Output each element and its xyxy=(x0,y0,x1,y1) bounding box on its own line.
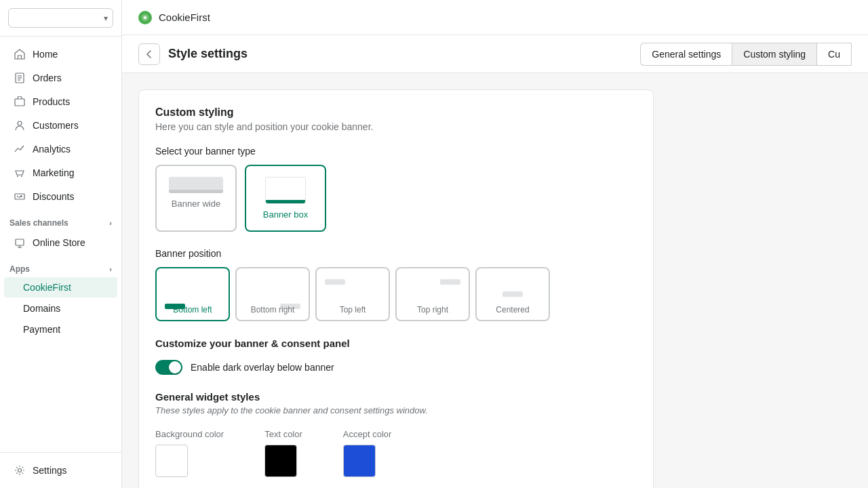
customize-title: Customize your banner & consent panel xyxy=(155,338,637,349)
color-row: Background color Text color Accept color xyxy=(155,429,637,477)
section-desc: Here you can style and position your coo… xyxy=(155,121,637,132)
sidebar-item-marketing-label: Marketing xyxy=(33,167,74,178)
sidebar-item-products[interactable]: Products xyxy=(4,90,117,113)
banner-type-label: Select your banner type xyxy=(155,146,637,157)
sidebar-settings: Settings xyxy=(0,452,121,488)
tab-custom-styling[interactable]: Custom styling xyxy=(732,43,817,66)
svg-point-6 xyxy=(17,176,18,177)
position-bottom-right[interactable]: Bottom right xyxy=(235,267,310,321)
sidebar-item-cookiefirst[interactable]: CookieFirst xyxy=(4,277,117,298)
bg-color-swatch[interactable] xyxy=(155,445,188,477)
sales-channels-label: Sales channels xyxy=(9,218,68,228)
text-color-label: Text color xyxy=(264,429,302,439)
sidebar-item-home-label: Home xyxy=(33,49,58,60)
tab-cu[interactable]: Cu xyxy=(817,43,852,66)
apps-label: Apps xyxy=(9,264,30,274)
customers-icon xyxy=(14,119,26,131)
sidebar: Home Orders Products Customers Analytics xyxy=(0,0,122,488)
sales-channels-chevron[interactable]: › xyxy=(109,219,112,227)
apps-section: Apps › xyxy=(0,255,121,277)
cookiefirst-header: CookieFirst xyxy=(122,0,868,35)
banner-type-wide[interactable]: Banner wide xyxy=(155,165,237,232)
banner-positions: Bottom left Bottom right Top left Top ri… xyxy=(155,267,637,321)
position-top-left[interactable]: Top left xyxy=(315,267,390,321)
svg-point-5 xyxy=(18,121,22,125)
cf-logo xyxy=(138,11,152,24)
sidebar-item-analytics-label: Analytics xyxy=(33,144,71,155)
sidebar-item-cookiefirst-label: CookieFirst xyxy=(23,282,71,293)
svg-rect-12 xyxy=(16,239,24,245)
sidebar-item-customers[interactable]: Customers xyxy=(4,114,117,137)
position-bottom-right-label: Bottom right xyxy=(237,305,309,314)
position-top-right-label: Top right xyxy=(397,305,469,314)
position-bottom-left[interactable]: Bottom left xyxy=(155,267,230,321)
sidebar-item-customers-label: Customers xyxy=(33,120,79,131)
cf-app-name: CookieFirst xyxy=(159,12,210,23)
online-store-icon xyxy=(14,237,26,249)
svg-point-9 xyxy=(17,196,18,197)
page-topbar: Style settings General settings Custom s… xyxy=(122,35,868,73)
sidebar-item-payment[interactable]: Payment xyxy=(4,319,117,340)
toggle-knob xyxy=(169,361,181,373)
topbar-left: Style settings xyxy=(138,43,248,65)
dark-overlay-label: Enable dark overlay below banner xyxy=(191,362,334,373)
banner-wide-preview xyxy=(169,177,223,193)
svg-point-15 xyxy=(18,469,22,472)
main-content: CookieFirst Style settings General setti… xyxy=(122,0,868,488)
page-title: Style settings xyxy=(168,47,248,61)
bg-color-field: Background color xyxy=(155,429,224,477)
sidebar-item-orders-label: Orders xyxy=(33,73,62,83)
position-top-left-label: Top left xyxy=(317,305,389,314)
pos-tr-indicator xyxy=(440,279,460,285)
sidebar-item-home[interactable]: Home xyxy=(4,43,117,66)
sidebar-item-products-label: Products xyxy=(33,96,70,107)
sidebar-item-payment-label: Payment xyxy=(23,324,60,335)
banner-box-preview xyxy=(265,177,306,204)
sidebar-item-settings[interactable]: Settings xyxy=(4,459,117,482)
apps-chevron[interactable]: › xyxy=(109,265,112,273)
tab-general-settings[interactable]: General settings xyxy=(640,43,732,66)
banner-box-label: Banner box xyxy=(263,209,309,220)
store-selector[interactable] xyxy=(0,0,121,37)
text-color-swatch[interactable] xyxy=(264,445,297,477)
pos-tl-indicator xyxy=(325,279,345,285)
products-icon xyxy=(14,96,26,108)
svg-point-11 xyxy=(21,196,22,197)
sidebar-item-analytics[interactable]: Analytics xyxy=(4,138,117,161)
widget-styles-desc: These styles apply to the cookie banner … xyxy=(155,405,637,415)
sidebar-item-orders[interactable]: Orders xyxy=(4,66,117,89)
discounts-icon xyxy=(14,190,26,203)
sidebar-item-domains-label: Domains xyxy=(23,303,60,314)
svg-point-7 xyxy=(21,176,22,177)
home-icon xyxy=(14,48,26,60)
sales-channels-section: Sales channels › xyxy=(0,209,121,230)
position-centered[interactable]: Centered xyxy=(475,267,550,321)
banner-wide-label: Banner wide xyxy=(172,199,220,209)
sidebar-nav: Home Orders Products Customers Analytics xyxy=(0,37,121,452)
text-color-field: Text color xyxy=(264,429,302,477)
sidebar-item-domains[interactable]: Domains xyxy=(4,298,117,319)
svg-rect-8 xyxy=(15,194,24,199)
position-bottom-left-label: Bottom left xyxy=(157,305,229,314)
banner-type-box[interactable]: Banner box xyxy=(245,165,326,232)
pos-c-indicator xyxy=(502,291,523,297)
svg-rect-4 xyxy=(15,99,24,106)
accept-color-field: Accept color xyxy=(343,429,392,477)
sidebar-item-discounts[interactable]: Discounts xyxy=(4,185,117,208)
sidebar-item-discounts-label: Discounts xyxy=(33,191,74,202)
store-select[interactable] xyxy=(8,8,113,28)
back-button[interactable] xyxy=(138,43,160,65)
widget-styles-title: General widget styles xyxy=(155,391,637,403)
settings-icon xyxy=(14,464,26,476)
position-centered-label: Centered xyxy=(477,305,549,314)
dark-overlay-toggle[interactable] xyxy=(155,360,182,375)
section-title: Custom styling xyxy=(155,106,637,119)
accept-color-swatch[interactable] xyxy=(343,445,376,477)
analytics-icon xyxy=(14,143,26,155)
settings-card: Custom styling Here you can style and po… xyxy=(138,89,654,488)
position-top-right[interactable]: Top right xyxy=(395,267,470,321)
dark-overlay-row: Enable dark overlay below banner xyxy=(155,360,637,375)
sidebar-item-marketing[interactable]: Marketing xyxy=(4,161,117,184)
sidebar-item-online-store[interactable]: Online Store xyxy=(4,231,117,254)
sidebar-item-settings-label: Settings xyxy=(33,465,67,476)
